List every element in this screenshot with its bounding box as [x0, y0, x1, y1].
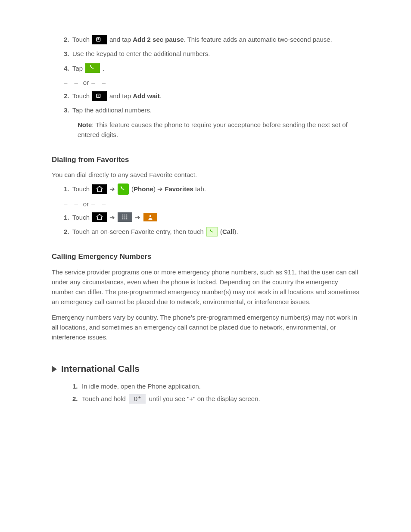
text: Tap the additional numbers. — [72, 105, 152, 115]
home-icon[interactable] — [92, 184, 107, 194]
label-phone: Phone — [134, 185, 153, 193]
menu-item-label: Add 2 sec pause — [133, 36, 184, 43]
svg-rect-8 — [126, 215, 127, 215]
menu-icon[interactable] — [92, 35, 107, 44]
heading-favorites: Dialing from Favorites — [52, 154, 359, 165]
step-number: 2. — [64, 227, 70, 236]
divider-dash: – – — [91, 78, 108, 87]
text: Touch and hold — [82, 394, 126, 404]
arrow: ➔ — [109, 184, 115, 194]
text: . — [103, 63, 104, 73]
text: In idle mode, open the Phone application… — [82, 381, 201, 391]
contacts-app-icon[interactable] — [143, 212, 158, 222]
step-number: 1. — [64, 212, 70, 222]
heading-international: International Calls — [61, 362, 140, 376]
keypad-zero-plus-icon[interactable]: 0+ — [129, 394, 146, 404]
svg-rect-9 — [122, 217, 123, 218]
text: and tap — [109, 36, 133, 43]
svg-rect-10 — [125, 217, 125, 218]
emergency-text-1: The service provider programs one or mor… — [52, 267, 359, 307]
text: ). — [234, 228, 238, 235]
home-icon[interactable] — [92, 212, 107, 222]
text: ) ➔ — [153, 185, 165, 193]
svg-rect-6 — [122, 215, 123, 215]
emergency-text-2: Emergency numbers vary by country. The p… — [52, 312, 359, 342]
divider-dash: – – — [91, 199, 108, 209]
step-number: 2. — [64, 91, 70, 101]
text: Touch — [72, 34, 90, 44]
text: and tap — [109, 92, 133, 100]
svg-rect-12 — [122, 218, 123, 219]
divider-dash: – – — [64, 78, 81, 87]
arrow: ➔ — [109, 212, 115, 222]
text: Tap — [72, 63, 83, 73]
svg-rect-14 — [126, 218, 127, 219]
text: Touch — [72, 212, 90, 222]
label-favorites: Favorites — [165, 185, 193, 193]
step-number: 2. — [64, 34, 70, 44]
step-number: 1. — [72, 381, 78, 391]
text: . This feature adds an automatic two-sec… — [184, 36, 332, 43]
phone-app-icon[interactable] — [118, 184, 129, 195]
menu-icon[interactable] — [92, 91, 107, 101]
apps-grid-icon[interactable] — [118, 212, 132, 222]
text: until you see "+" on the display screen. — [149, 394, 260, 404]
arrow: ➔ — [135, 212, 140, 222]
favorites-intro: You can dial directly to any saved Favor… — [52, 170, 359, 180]
step-number: 4. — [64, 63, 70, 73]
svg-rect-11 — [126, 217, 127, 218]
text: Touch — [72, 184, 90, 194]
play-triangle-icon — [52, 366, 57, 373]
text: . — [160, 92, 162, 100]
or-label: or — [83, 199, 89, 209]
step-number: 1. — [64, 184, 70, 194]
text: Touch — [72, 91, 90, 101]
or-label: or — [83, 78, 89, 87]
svg-rect-7 — [125, 215, 125, 215]
text: Use the keypad to enter the additional n… — [72, 49, 210, 59]
heading-emergency: Calling Emergency Numbers — [52, 251, 359, 262]
step-number: 2. — [72, 394, 78, 404]
svg-rect-13 — [125, 218, 125, 219]
note-label: Note — [78, 121, 92, 128]
text: Touch an on-screen Favorite entry, then … — [72, 227, 204, 236]
call-small-icon[interactable] — [206, 227, 218, 236]
divider-dash: – – — [64, 199, 81, 209]
note-body: : This feature causes the phone to requi… — [78, 121, 348, 138]
step-number: 3. — [64, 49, 70, 59]
menu-item-label: Add wait — [133, 92, 160, 100]
label-call: Call — [222, 228, 234, 235]
call-icon[interactable] — [85, 63, 100, 73]
svg-point-15 — [149, 215, 152, 218]
text: tab. — [193, 185, 206, 193]
step-number: 3. — [64, 105, 70, 115]
